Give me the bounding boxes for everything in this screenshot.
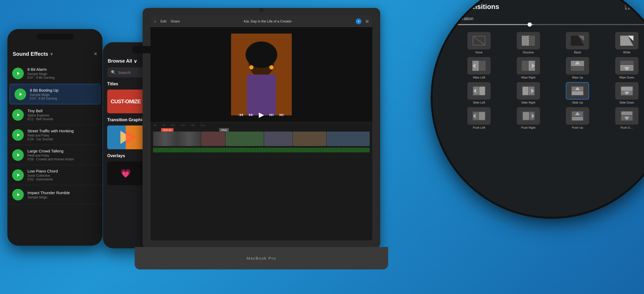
play-button[interactable]	[12, 129, 24, 141]
duration-section: Duration .5s	[457, 16, 644, 25]
transition-item-wipe-up[interactable]: Wipe Up	[555, 57, 600, 79]
fast-forward-button[interactable]: ⏭	[279, 112, 284, 118]
svg-rect-59	[621, 87, 633, 91]
app-toolbar: ⌂ Edit Share Kia: Day in the Life of a C…	[151, 16, 372, 27]
title-text: Sound Effects	[13, 51, 48, 57]
list-item[interactable]: Low Piano Chord Sonic Collective 0:02 · …	[7, 165, 102, 185]
svg-point-16	[249, 65, 253, 69]
sound-name: Impact Thunder Rumble	[27, 190, 98, 195]
browse-all-label: Browse All	[108, 58, 132, 64]
transition-label: Slide Down	[619, 101, 634, 104]
transition-item-white[interactable]: White	[604, 32, 644, 54]
svg-rect-48	[479, 87, 485, 95]
play-button[interactable]	[12, 109, 24, 121]
panel-right-icons: 🎧 ⊞ ⊡	[624, 4, 644, 10]
transition-item-none[interactable]: None	[457, 32, 502, 54]
transition-label: Slide Left	[473, 101, 485, 104]
play-button[interactable]	[12, 189, 24, 200]
transition-label: Push Up	[572, 126, 583, 129]
laptop-screen: ⌂ Edit Share Kia: Day in the Life of a C…	[151, 16, 372, 240]
sound-name: Street Traffic with Honking	[27, 129, 98, 133]
phone-notch	[132, 46, 166, 53]
transition-item-push-left[interactable]: Push Left	[457, 107, 502, 129]
sound-list: 8 Bit Alarm Sample Magic 0:07 · 8 Bit Ga…	[7, 63, 102, 246]
duration-label: Duration	[457, 16, 473, 21]
video-controls: ⏮ ⏭ ▶ ⏭ ⏭	[239, 111, 284, 119]
play-button[interactable]	[12, 149, 24, 161]
crop-icon[interactable]: ⊟	[366, 19, 369, 23]
list-item[interactable]: Impact Thunder Rumble Sample Magic	[7, 185, 102, 204]
timeline-tag: Wrap	[219, 128, 229, 132]
svg-rect-56	[572, 91, 583, 95]
transitions-title: Transitions	[463, 3, 499, 11]
transition-item-push-right[interactable]: Push Right	[506, 107, 551, 129]
transition-label: Wipe Left	[473, 76, 485, 79]
transition-label: Black	[574, 51, 581, 54]
edit-button[interactable]: Edit	[161, 19, 166, 23]
transition-item-slide-left[interactable]: Slide Left	[457, 82, 502, 104]
transitions-grid: None Dissolve	[457, 32, 644, 129]
svg-marker-4	[17, 153, 20, 157]
laptop-body: ⌂ Edit Share Kia: Day in the Life of a C…	[143, 8, 380, 248]
sound-name: Tiny Bell	[27, 109, 98, 113]
transition-item-wipe-down[interactable]: Wipe Down	[604, 57, 644, 79]
sound-name: 8 Bit Booting Up	[30, 88, 95, 92]
collapse-icon[interactable]: ∨	[457, 4, 460, 10]
transition-item-black[interactable]: Black	[555, 32, 600, 54]
list-item[interactable]: Large Crowd Talking Field and Foley 0:58…	[7, 145, 102, 165]
svg-rect-72	[572, 117, 583, 120]
add-icon[interactable]: +	[356, 18, 361, 24]
next-frame-button[interactable]: ⏭	[269, 112, 274, 118]
home-icon[interactable]: ⌂	[154, 19, 156, 23]
headphone-icon[interactable]: 🎧	[624, 4, 631, 10]
laptop: ⌂ Edit Share Kia: Day in the Life of a C…	[135, 0, 388, 269]
list-item[interactable]: 8 Bit Alarm Sample Magic 0:07 · 8 Bit Ga…	[7, 63, 102, 83]
sound-meta: Field and Foley 0:26 · Car Sounds	[27, 134, 98, 141]
section-title: Overlays	[107, 153, 125, 158]
transitions-header: ∨ Transitions 🎧 ⊞ ⊡	[457, 3, 644, 11]
grid-icon[interactable]: ⊞	[636, 4, 640, 10]
phone-left: Sound Effects ∨ × 8 Bit Alarm Sample Mag…	[7, 29, 102, 246]
svg-marker-2	[17, 113, 20, 116]
svg-rect-15	[247, 74, 276, 115]
list-item[interactable]: Street Traffic with Honking Field and Fo…	[7, 125, 102, 145]
play-button[interactable]	[15, 88, 26, 100]
sound-meta: Field and Foley 0:58 · Crowds and Human …	[27, 154, 98, 161]
sound-info: Tiny Bell Splice Explores 0:11 · Bell So…	[27, 109, 98, 121]
svg-rect-67	[523, 112, 529, 120]
transition-item-slide-down[interactable]: Slide Down	[604, 82, 644, 104]
list-item[interactable]: Tiny Bell Splice Explores 0:11 · Bell So…	[7, 105, 102, 125]
sound-info: Impact Thunder Rumble Sample Magic	[27, 190, 98, 199]
transitions-panel: ∨ Transitions 🎧 ⊞ ⊡ Duration .5s	[433, 0, 644, 145]
share-button[interactable]: Share	[171, 19, 180, 23]
prev-frame-button[interactable]: ⏭	[249, 112, 253, 118]
transition-item-slide-up[interactable]: Slide Up	[555, 82, 600, 104]
transition-label: White	[623, 51, 631, 54]
transition-item-push-down[interactable]: Push D…	[604, 107, 644, 129]
browse-all-title: Browse All ∨	[108, 58, 137, 64]
transition-label: Dissolve	[523, 51, 534, 54]
transition-item-push-up[interactable]: Push Up	[555, 107, 600, 129]
sound-name: 8 Bit Alarm	[27, 67, 98, 72]
play-button[interactable]	[12, 169, 24, 181]
transition-item-slide-right[interactable]: Slide Right	[506, 82, 551, 104]
timeline-tag: Nice up	[161, 128, 173, 132]
slider-thumb[interactable]	[528, 22, 532, 27]
transition-label: Push Right	[521, 126, 535, 129]
close-icon[interactable]: ×	[94, 50, 97, 57]
transition-item-dissolve[interactable]: Dissolve	[506, 32, 551, 54]
timeline-area[interactable]: :46 :48 1:00 1:04 1:08 1:12 Nice up Wrap	[151, 122, 372, 154]
transition-item-wipe-right[interactable]: Wipe Right	[506, 57, 551, 79]
list-item[interactable]: 8 Bit Booting Up Sample Magic 0:07 · 8 B…	[10, 84, 100, 104]
svg-marker-1	[20, 93, 22, 96]
search-placeholder: Search	[118, 70, 131, 75]
play-button[interactable]	[12, 68, 24, 79]
svg-marker-6	[17, 193, 20, 196]
rewind-button[interactable]: ⏮	[239, 112, 243, 118]
chevron-down-icon[interactable]: ∨	[50, 52, 53, 56]
duration-slider[interactable]	[457, 24, 644, 25]
transition-item-wipe-left[interactable]: Wipe Left	[457, 57, 502, 79]
video-area: ⏮ ⏭ ▶ ⏭ ⏭	[151, 27, 372, 122]
play-pause-button[interactable]: ▶	[259, 111, 264, 119]
svg-line-20	[473, 36, 485, 45]
